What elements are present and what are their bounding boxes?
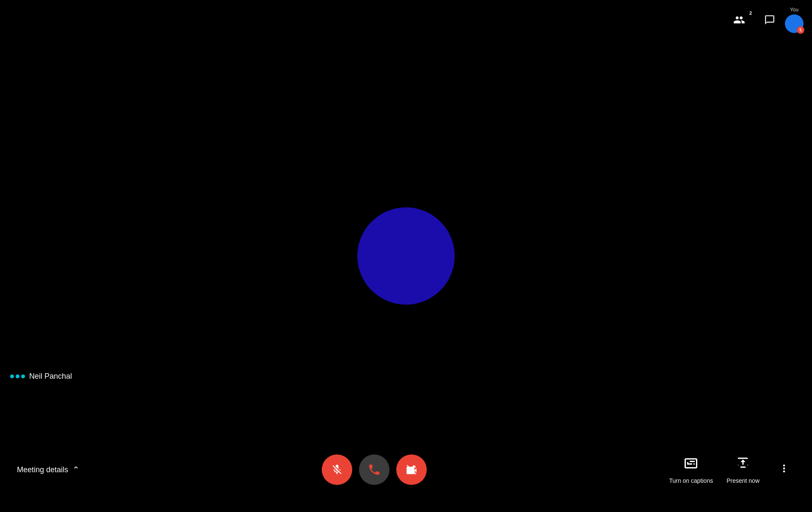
captions-button[interactable]: Turn on captions [669, 456, 713, 484]
participant-name-text: Neil Panchal [29, 372, 72, 381]
user-avatar [785, 14, 804, 33]
meeting-details-toggle[interactable]: Meeting details ⌃ [17, 465, 80, 475]
mute-button[interactable] [322, 454, 352, 485]
present-now-button[interactable]: Present now [726, 456, 760, 484]
more-options-button[interactable] [773, 457, 795, 482]
end-call-button[interactable] [359, 454, 389, 485]
controls-right: Turn on captions Present now [669, 456, 795, 484]
captions-label: Turn on captions [669, 477, 713, 484]
controls-center [80, 454, 669, 485]
chevron-up-icon: ⌃ [72, 465, 80, 475]
participants-count-badge: 2 [749, 11, 752, 16]
bottom-bar: Meeting details ⌃ [0, 427, 812, 512]
participant-avatar-circle [357, 207, 455, 305]
dot-3 [21, 374, 25, 378]
you-label: You [790, 7, 798, 13]
chat-button[interactable] [758, 8, 782, 32]
meeting-details-label: Meeting details [17, 465, 68, 474]
dot-1 [10, 374, 14, 378]
muted-badge [797, 26, 804, 34]
camera-button[interactable] [396, 454, 427, 485]
participants-button[interactable]: 2 [724, 8, 754, 32]
present-label: Present now [726, 477, 760, 484]
present-icon [735, 456, 751, 474]
user-avatar-wrapper: You [785, 7, 804, 33]
captions-icon [683, 456, 699, 474]
dot-2 [16, 374, 19, 378]
participant-name-bar: Neil Panchal [10, 372, 72, 381]
speaking-indicator [10, 374, 25, 378]
top-bar: 2 You [715, 0, 812, 40]
